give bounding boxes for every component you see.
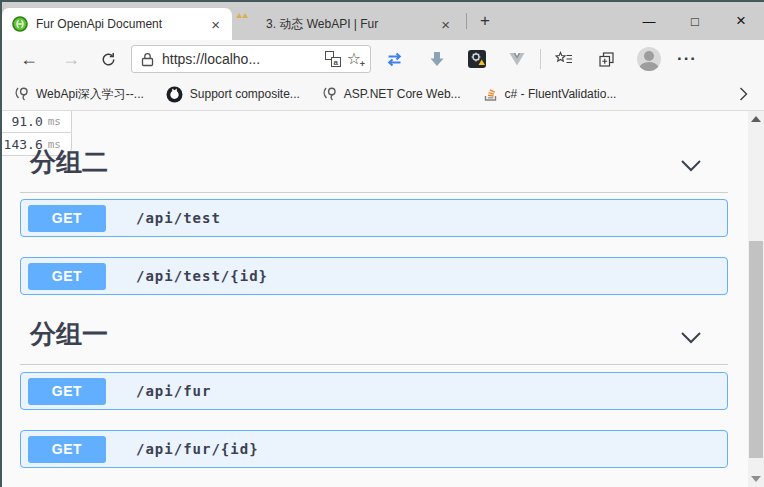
devtools-extension-button[interactable] [468, 50, 486, 68]
auto-refresh-extension-button[interactable] [385, 50, 404, 69]
collapse-group-button[interactable] [680, 330, 702, 348]
address-bar[interactable]: https://localho... a ☆+ [131, 45, 371, 73]
http-method-badge: GET [28, 378, 106, 405]
add-favorite-star-icon[interactable]: ☆+ [347, 51, 361, 67]
group-heading[interactable]: 分组二 [30, 145, 108, 180]
endpoint-row[interactable]: GET /api/test/{id} [20, 257, 728, 295]
settings-menu-button[interactable]: ··· [677, 49, 697, 69]
chevron-down-icon [680, 331, 702, 344]
star-list-icon [555, 51, 574, 67]
bookmark-fluentvalidation[interactable]: c# - FluentValidatio... [483, 86, 617, 102]
sync-arrows-icon [385, 50, 404, 69]
close-tab-icon[interactable]: × [209, 17, 222, 32]
bookmarks-bar: WebApi深入学习--... Support composite... ASP… [2, 78, 764, 111]
bookmark-support-composite[interactable]: Support composite... [166, 86, 300, 103]
collections-icon [598, 51, 615, 68]
vue-devtools-extension-button[interactable] [508, 51, 526, 67]
new-tab-button[interactable]: + [471, 2, 499, 40]
favorites-hub-button[interactable] [555, 51, 574, 67]
swagger-icon [12, 16, 28, 32]
scrollbar-thumb[interactable] [749, 241, 763, 458]
refresh-button[interactable] [100, 51, 117, 68]
stackoverflow-icon [483, 86, 498, 102]
forward-button[interactable]: → [62, 50, 80, 68]
bookmark-label: ASP.NET Core Web... [344, 87, 461, 101]
tab-separator [466, 13, 467, 29]
tab-fur-openapi-document[interactable]: Fur OpenApi Document × [2, 8, 232, 40]
tab-title: Fur OpenApi Document [36, 17, 201, 31]
fur-icon [242, 16, 258, 32]
browser-window: Fur OpenApi Document × 3. 动态 WebAPI | Fu… [0, 0, 764, 487]
lock-icon [141, 52, 154, 67]
url-text: https://localho... [162, 51, 319, 67]
http-method-badge: GET [28, 436, 106, 463]
endpoint-row[interactable]: GET /api/fur [20, 372, 728, 410]
tab-title: 3. 动态 WebAPI | Fur [266, 16, 431, 33]
endpoint-path: /api/fur/{id} [136, 441, 259, 457]
back-button[interactable]: ← [20, 50, 38, 68]
group-heading[interactable]: 分组一 [30, 317, 108, 352]
cnblogs-icon [14, 86, 29, 102]
tab-bar: Fur OpenApi Document × 3. 动态 WebAPI | Fu… [2, 2, 764, 40]
bookmark-label: c# - FluentValidatio... [505, 87, 617, 101]
response-time-badge: 91.0 ms [2, 111, 72, 133]
close-tab-icon[interactable]: × [439, 17, 452, 32]
swagger-page-content: 91.0 ms 143.6 ms 分组二 GET /api/test GET /… [2, 111, 764, 487]
endpoint-path: /api/test/{id} [136, 268, 268, 284]
gear-warning-icon [468, 50, 486, 68]
http-method-badge: GET [28, 205, 106, 232]
collapse-group-button[interactable] [680, 158, 702, 176]
download-arrow-icon [428, 50, 446, 68]
chevron-right-icon [739, 86, 748, 102]
endpoint-path: /api/test [136, 210, 221, 226]
bookmark-webapi-learning[interactable]: WebApi深入学习--... [14, 86, 144, 103]
minimize-button[interactable]: — [626, 2, 672, 40]
bookmark-label: Support composite... [190, 87, 300, 101]
section-divider [20, 364, 728, 365]
toolbar-separator [540, 49, 541, 69]
response-time-value: 91.0 [11, 114, 42, 129]
scroll-down-arrow-icon[interactable] [751, 476, 761, 482]
endpoint-row[interactable]: GET /api/fur/{id} [20, 430, 728, 468]
profile-avatar[interactable] [637, 47, 661, 71]
maximize-button[interactable]: □ [672, 2, 718, 40]
download-extension-button[interactable] [428, 50, 446, 68]
refresh-icon [100, 51, 117, 68]
response-time-unit: ms [48, 115, 61, 128]
chevron-down-icon [680, 159, 702, 172]
window-controls: — □ × [626, 2, 764, 40]
scroll-up-arrow-icon[interactable] [751, 116, 761, 122]
cnblogs-icon [322, 86, 337, 102]
endpoint-path: /api/fur [136, 383, 211, 399]
github-icon [166, 86, 183, 103]
navigation-toolbar: ← → https://localho... a ☆+ [2, 40, 764, 78]
translate-icon[interactable]: a [325, 51, 341, 67]
collections-button[interactable] [598, 51, 615, 68]
section-divider [20, 192, 728, 193]
bookmarks-overflow-button[interactable] [739, 86, 748, 102]
close-window-button[interactable]: × [718, 2, 764, 40]
vertical-scrollbar[interactable] [748, 111, 764, 487]
bookmark-label: WebApi深入学习--... [36, 86, 144, 103]
bookmark-aspnet-core-web[interactable]: ASP.NET Core Web... [322, 86, 461, 102]
tab-dongtai-webapi-fur[interactable]: 3. 动态 WebAPI | Fur × [232, 8, 462, 40]
vue-logo-icon [508, 51, 526, 67]
endpoint-row[interactable]: GET /api/test [20, 199, 728, 237]
http-method-badge: GET [28, 263, 106, 290]
